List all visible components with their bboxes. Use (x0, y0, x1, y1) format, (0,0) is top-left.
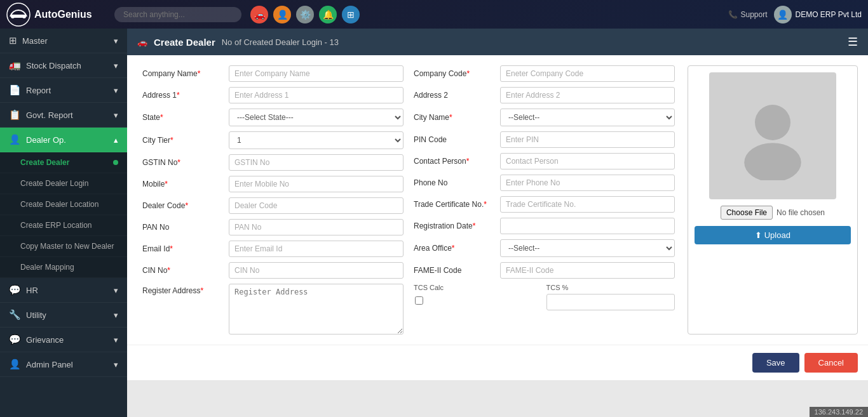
chevron-icon: ▾ (114, 86, 118, 95)
fame-row: FAME-II Code (414, 262, 675, 279)
choose-file-button[interactable]: Choose File (721, 206, 773, 220)
tcs-calc-checkbox[interactable] (415, 296, 423, 305)
utility-icon: 🔧 (9, 309, 21, 321)
city-name-select[interactable]: --Select-- (500, 109, 675, 126)
logo-icon (6, 3, 31, 27)
form-body: Company Name* Address 1* State* (127, 55, 868, 345)
chevron-icon: ▾ (114, 286, 118, 295)
company-code-input[interactable] (500, 65, 675, 82)
chevron-up-icon: ▴ (114, 135, 118, 145)
dealer-code-input[interactable] (229, 197, 403, 214)
sidebar-sub-create-dealer-location[interactable]: Create Dealer Location (0, 194, 127, 215)
settings-nav-icon[interactable]: ⚙️ (296, 6, 314, 23)
form-header: 🚗 Create Dealer No of Created Dealer Log… (127, 29, 868, 55)
sidebar-item-dealer-op[interactable]: 👤 Dealer Op. ▴ (0, 128, 127, 152)
upload-button[interactable]: ⬆ Upload (695, 226, 851, 244)
sidebar-item-label: HR (26, 286, 38, 295)
sidebar-item-admin-panel[interactable]: 👤 Admin Panel ▾ (0, 352, 127, 377)
gstin-input[interactable] (229, 154, 403, 171)
pin-code-row: PIN Code (414, 131, 675, 148)
user-info: 👤 DEMO ERP Pvt Ltd (774, 6, 862, 23)
contact-person-label: Contact Person* (414, 157, 496, 166)
trade-cert-input[interactable] (500, 196, 675, 213)
phone-label: Phone No (414, 178, 496, 187)
form-header-left: 🚗 Create Dealer No of Created Dealer Log… (137, 37, 339, 48)
chevron-icon: ▾ (114, 335, 118, 345)
company-name-row: Company Name* (142, 65, 403, 82)
reg-date-input[interactable]: 16-12-2020 (500, 218, 675, 234)
sidebar-sub-copy-master[interactable]: Copy Master to New Dealer (0, 236, 127, 257)
form-badge: No of Created Dealer Login - 13 (222, 37, 339, 47)
no-file-label: No file chosen (776, 208, 825, 217)
sidebar-item-label: Govt. Report (26, 110, 73, 120)
support-link[interactable]: 📞 Support (728, 10, 767, 19)
layout: ⊞ Master ▾ 🚛 Stock Dispatch ▾ 📄 Report ▾… (0, 29, 868, 417)
city-tier-row: City Tier* 1 (142, 131, 403, 149)
mobile-input[interactable] (229, 176, 403, 192)
logo-area: AutoGenius (6, 3, 108, 27)
cin-input[interactable] (229, 262, 403, 279)
company-name-input[interactable] (229, 65, 403, 82)
sidebar-item-hr[interactable]: 💬 HR ▾ (0, 278, 127, 303)
app-name: AutoGenius (34, 9, 92, 20)
form-img-col: Choose File No file chosen ⬆ Upload (680, 65, 858, 334)
pin-code-input[interactable] (500, 131, 675, 148)
mobile-label: Mobile* (142, 180, 225, 189)
city-name-row: City Name* --Select-- (414, 109, 675, 126)
main-content: 🚗 Create Dealer No of Created Dealer Log… (127, 29, 868, 417)
state-select[interactable]: ---Select State--- (229, 109, 403, 126)
address2-label: Address 2 (414, 91, 496, 100)
chevron-icon: ▾ (114, 310, 118, 320)
sidebar-sub-create-dealer[interactable]: Create Dealer (0, 152, 127, 173)
company-name-label: Company Name* (142, 69, 225, 78)
choose-file-row: Choose File No file chosen (721, 206, 825, 220)
register-address-row: Register Address* (142, 284, 403, 334)
sidebar-item-grievance[interactable]: 💬 Grievance ▾ (0, 328, 127, 352)
address2-input[interactable] (500, 87, 675, 103)
contact-person-input[interactable] (500, 153, 675, 169)
pan-input[interactable] (229, 219, 403, 235)
search-input[interactable] (114, 7, 241, 22)
sidebar-sub-create-erp-location[interactable]: Create ERP Location (0, 215, 127, 236)
tcs-percent-input[interactable]: 0 (546, 294, 675, 310)
gstin-label: GSTIN No* (142, 158, 225, 167)
sidebar-item-master[interactable]: ⊞ Master ▾ (0, 29, 127, 53)
email-input[interactable] (229, 241, 403, 257)
area-office-row: Area Office* --Select-- (414, 239, 675, 257)
address1-label: Address 1* (142, 91, 225, 100)
email-label: Email Id* (142, 244, 225, 253)
fame-input[interactable] (500, 262, 675, 279)
tcs-percent-block: TCS % 0 (546, 284, 675, 310)
form-header-right[interactable]: ☰ (848, 35, 858, 49)
upload-icon: ⬆ (755, 230, 764, 240)
svg-point-4 (755, 105, 790, 140)
ip-badge: 136.243.149.22 (810, 407, 868, 417)
sidebar-item-govt-report[interactable]: 📋 Govt. Report ▾ (0, 103, 127, 128)
mobile-row: Mobile* (142, 176, 403, 192)
cancel-button[interactable]: Cancel (804, 353, 858, 373)
phone-input[interactable] (500, 175, 675, 191)
grid-nav-icon[interactable]: ⊞ (342, 6, 360, 23)
phone-row: Phone No (414, 175, 675, 191)
reg-date-label: Registration Date* (414, 222, 496, 230)
sidebar-item-stock-dispatch[interactable]: 🚛 Stock Dispatch ▾ (0, 53, 127, 78)
car-nav-icon[interactable]: 🚗 (250, 6, 268, 23)
register-address-input[interactable] (229, 284, 403, 334)
save-button[interactable]: Save (752, 353, 799, 373)
bell-nav-icon[interactable]: 🔔 (319, 6, 337, 23)
chevron-icon: ▾ (114, 61, 118, 70)
grievance-icon: 💬 (9, 334, 21, 345)
sidebar-item-report[interactable]: 📄 Report ▾ (0, 78, 127, 103)
sidebar-item-label: Stock Dispatch (26, 61, 81, 70)
address1-input[interactable] (229, 87, 403, 103)
admin-icon: 👤 (9, 359, 21, 370)
sidebar-item-utility[interactable]: 🔧 Utility ▾ (0, 303, 127, 328)
sidebar-sub-create-dealer-login[interactable]: Create Dealer Login (0, 173, 127, 194)
city-tier-label: City Tier* (142, 136, 225, 145)
area-office-select[interactable]: --Select-- (500, 239, 675, 257)
sidebar-sub-dealer-mapping[interactable]: Dealer Mapping (0, 257, 127, 278)
user-nav-icon[interactable]: 👤 (273, 6, 291, 23)
gstin-row: GSTIN No* (142, 154, 403, 171)
pan-label: PAN No (142, 223, 225, 232)
city-tier-select[interactable]: 1 (229, 131, 403, 149)
